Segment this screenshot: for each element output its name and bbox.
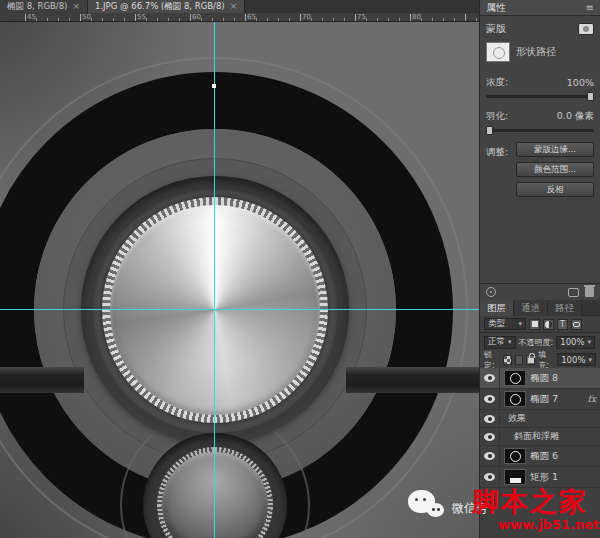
eye-icon[interactable]: [484, 415, 495, 423]
tab-paths[interactable]: 路径: [548, 300, 582, 316]
document-tab-2-label: 1.JPG @ 66.7% (椭圆 8, RGB/8): [95, 1, 225, 13]
lock-transparency-icon[interactable]: [503, 355, 512, 365]
visibility-cell[interactable]: [480, 368, 500, 388]
chevron-down-icon: ▾: [508, 338, 512, 346]
chevron-down-icon: ▾: [588, 356, 592, 364]
layer-thumbnail[interactable]: [504, 448, 526, 464]
filter-type-dropdown[interactable]: 类型 ▾: [484, 318, 526, 330]
knob-metal-face: [110, 205, 320, 415]
layer-thumbnail[interactable]: [504, 391, 526, 407]
mask-edge-button[interactable]: 蒙版边缘...: [516, 142, 594, 157]
tab-channels[interactable]: 通道: [514, 300, 548, 316]
mask-badge-icon: [578, 23, 594, 35]
visibility-cell[interactable]: [480, 389, 500, 409]
tab-layers[interactable]: 图层: [480, 300, 514, 316]
right-panel: 属性 ≡ 蒙版 形状路径 浓度: 100% 羽化: 0.0 像素: [479, 0, 600, 538]
feather-row: 羽化: 0.0 像素: [486, 110, 594, 122]
layers-panel-tabs: 图层 通道 路径: [480, 300, 600, 316]
mask-section-row: 蒙版: [486, 22, 594, 36]
lock-row: 锁定: 填充: 100% ▾: [480, 351, 600, 368]
layer-row-ellipse-7[interactable]: 椭圆 7 fx: [480, 389, 600, 410]
ruler-label: 65: [247, 13, 256, 21]
close-icon[interactable]: ×: [72, 2, 80, 11]
filter-shape-layers-icon[interactable]: [571, 319, 582, 330]
feather-value[interactable]: 0.0 像素: [557, 110, 594, 123]
blend-mode-dropdown[interactable]: 正常 ▾: [484, 336, 516, 349]
mask-section-label: 蒙版: [486, 22, 506, 36]
speaker-band-left: [0, 367, 84, 393]
feather-slider-handle[interactable]: [486, 126, 493, 135]
invert-button[interactable]: 反相: [516, 182, 594, 197]
vertical-guide[interactable]: [214, 22, 215, 538]
fill-dropdown[interactable]: 100% ▾: [557, 353, 596, 366]
mask-type-row: 形状路径: [486, 40, 594, 64]
layer-name[interactable]: 椭圆 8: [530, 372, 558, 385]
layer-name[interactable]: 椭圆 7: [530, 393, 558, 406]
ruler-label: 60: [192, 13, 201, 21]
lock-all-icon[interactable]: [526, 355, 535, 365]
ruler-label: 80: [412, 13, 421, 21]
color-range-button[interactable]: 颜色范围...: [516, 162, 594, 177]
eye-icon[interactable]: [484, 374, 495, 382]
filter-type-layers-icon[interactable]: T: [557, 319, 568, 330]
visibility-cell[interactable]: [480, 428, 500, 445]
visibility-cell[interactable]: [480, 410, 500, 427]
canvas[interactable]: [0, 22, 479, 538]
layer-name[interactable]: 矩形 1: [530, 471, 558, 484]
eye-icon[interactable]: [484, 395, 495, 403]
document-tab-2[interactable]: 1.JPG @ 66.7% (椭圆 8, RGB/8) ×: [88, 0, 245, 13]
eye-icon[interactable]: [484, 452, 495, 460]
properties-header: 属性 ≡: [480, 0, 600, 16]
ruler-label: 50: [82, 13, 91, 21]
watermark-site-name: 脚本之家: [472, 484, 588, 520]
close-icon[interactable]: ×: [230, 2, 238, 11]
layer-row-ellipse-6[interactable]: 椭圆 6: [480, 446, 600, 467]
density-label: 浓度:: [486, 76, 508, 89]
fx-icon[interactable]: fx: [588, 394, 596, 404]
filter-type-label: 类型: [488, 318, 505, 330]
feather-label: 羽化:: [486, 110, 508, 123]
load-selection-icon[interactable]: [486, 287, 496, 297]
document-tab-1[interactable]: 椭圆 8, RGB/8) ×: [0, 0, 88, 13]
layer-row-ellipse-8[interactable]: 椭圆 8: [480, 368, 600, 389]
lock-position-icon[interactable]: [515, 355, 524, 365]
properties-panel: 属性 ≡ 蒙版 形状路径 浓度: 100% 羽化: 0.0 像素: [480, 0, 600, 300]
mask-type-label: 形状路径: [516, 45, 556, 59]
delete-mask-icon[interactable]: [585, 287, 594, 297]
opacity-value: 100%: [560, 337, 584, 347]
feather-slider[interactable]: [486, 129, 594, 132]
density-row: 浓度: 100%: [486, 76, 594, 88]
filter-pixel-layers-icon[interactable]: [529, 319, 540, 330]
mask-thumbnail[interactable]: [486, 42, 510, 62]
document-tab-1-label: 椭圆 8, RGB/8): [7, 1, 67, 13]
apply-mask-icon[interactable]: [568, 288, 579, 297]
layer-name[interactable]: 椭圆 6: [530, 450, 558, 463]
visibility-cell[interactable]: [480, 446, 500, 466]
density-slider-handle[interactable]: [587, 92, 594, 101]
effects-label[interactable]: 效果: [500, 412, 526, 425]
properties-footer: [480, 283, 600, 300]
filter-adjustment-layers-icon[interactable]: [543, 319, 554, 330]
horizontal-guide[interactable]: [0, 309, 479, 310]
layer-thumbnail[interactable]: [504, 370, 526, 386]
properties-title: 属性: [486, 1, 506, 15]
layer-thumbnail[interactable]: [504, 469, 526, 485]
adjust-label: 调整:: [486, 146, 508, 159]
layer-row-bevel-emboss[interactable]: 斜面和浮雕: [480, 428, 600, 446]
opacity-dropdown[interactable]: 100% ▾: [556, 336, 595, 349]
bevel-emboss-label[interactable]: 斜面和浮雕: [500, 430, 559, 443]
layer-filter-row: 类型 ▾ T: [480, 316, 600, 333]
ruler-label: 45: [27, 13, 36, 21]
density-value[interactable]: 100%: [567, 77, 594, 88]
density-slider[interactable]: [486, 95, 594, 98]
path-anchor-point[interactable]: [212, 84, 216, 88]
chevron-down-icon: ▾: [588, 338, 592, 346]
ruler-label: 55: [137, 13, 146, 21]
eye-icon[interactable]: [484, 433, 495, 441]
ruler-label: 70: [302, 13, 311, 21]
wechat-icon: [408, 489, 450, 529]
panel-menu-icon[interactable]: ≡: [586, 2, 594, 13]
layer-row-effects[interactable]: 效果: [480, 410, 600, 428]
horizontal-ruler[interactable]: 45 50 55 60 65 70 75 80: [0, 13, 479, 22]
eye-icon[interactable]: [484, 473, 495, 481]
